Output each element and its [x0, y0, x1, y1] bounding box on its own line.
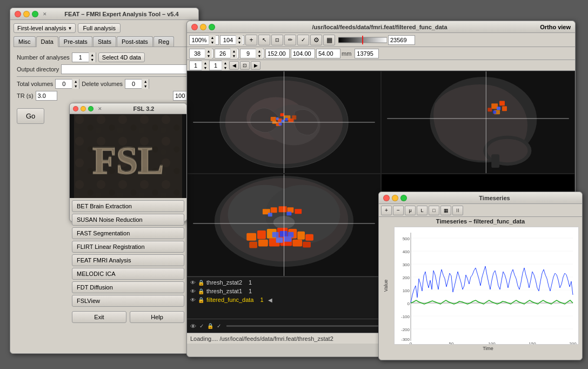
- bet-button[interactable]: BET Brain Extraction: [72, 200, 184, 212]
- ts-plus-button[interactable]: +: [381, 206, 392, 215]
- z-spinner[interactable]: ▲ ▼: [240, 49, 264, 58]
- zoom-up[interactable]: ▲: [209, 35, 216, 40]
- fsl-maximize-button[interactable]: [88, 106, 93, 111]
- pencil-button[interactable]: ✏: [284, 35, 296, 45]
- close-button[interactable]: [15, 11, 21, 17]
- delete-volumes-label: Delete volumes: [82, 81, 123, 87]
- ts-square-button[interactable]: □: [429, 206, 439, 215]
- fsl-minimize-button[interactable]: [81, 106, 86, 111]
- ts-minimize-button[interactable]: [392, 195, 398, 201]
- slice-nav-prev[interactable]: ◀: [229, 61, 239, 70]
- zoom-input[interactable]: [190, 36, 209, 44]
- y-up[interactable]: ▲: [231, 49, 237, 54]
- ts-minus-button[interactable]: −: [393, 206, 404, 215]
- full-analysis-button[interactable]: Full analysis: [78, 23, 121, 33]
- check-button[interactable]: ✓: [297, 35, 309, 45]
- slice-input[interactable]: [190, 61, 202, 70]
- go-button[interactable]: Go: [17, 108, 44, 124]
- total-volumes-input[interactable]: [56, 80, 72, 88]
- tab-poststats[interactable]: Post-stats: [117, 36, 153, 47]
- slice-nav-next[interactable]: ▶: [251, 61, 260, 70]
- feat-button[interactable]: FEAT FMRI Analysis: [72, 254, 184, 266]
- zoom-down[interactable]: ▼: [209, 40, 216, 45]
- fsl-close-button[interactable]: [73, 106, 78, 111]
- num-analyses-up[interactable]: ▲: [89, 52, 96, 57]
- ts-mu-button[interactable]: μ: [405, 206, 416, 215]
- ortho-maximize-button[interactable]: [209, 24, 215, 30]
- delete-vol-down[interactable]: ▼: [142, 84, 149, 89]
- ts-dots-button[interactable]: ⁞⁞: [452, 206, 463, 215]
- maximize-button[interactable]: [32, 11, 38, 17]
- settings-button[interactable]: ⚙: [310, 35, 322, 45]
- cursor-button[interactable]: ↖: [258, 35, 270, 45]
- copy-button[interactable]: ⊡: [271, 35, 283, 45]
- slice2-up[interactable]: ▲: [222, 61, 229, 65]
- slice2-input[interactable]: [210, 61, 222, 70]
- total-vol-up[interactable]: ▲: [72, 79, 79, 84]
- delete-volumes-input[interactable]: [125, 80, 142, 88]
- slice-spinner[interactable]: ▲ ▼: [189, 61, 208, 70]
- output-dir-input[interactable]: [61, 64, 192, 74]
- ortho-close-button[interactable]: [191, 24, 198, 30]
- slice-nav-icons[interactable]: ⊡: [240, 61, 250, 70]
- bottom-lock-icon[interactable]: 🔒: [207, 323, 213, 329]
- x-input[interactable]: [190, 49, 205, 58]
- susan-button[interactable]: SUSAN Noise Reduction: [72, 214, 184, 226]
- z-down[interactable]: ▼: [256, 54, 263, 58]
- brain-view-coronal[interactable]: [187, 174, 381, 276]
- ts-maximize-button[interactable]: [400, 195, 407, 201]
- slice-down[interactable]: ▼: [202, 65, 209, 70]
- grid-button[interactable]: ▦: [323, 35, 335, 45]
- bottom-check2-icon[interactable]: ✓: [217, 323, 221, 329]
- feat-tabs: Misc Data Pre-stats Stats Post-stats Reg: [14, 36, 195, 47]
- z-up[interactable]: ▲: [256, 49, 263, 54]
- tab-misc[interactable]: Misc: [14, 36, 36, 47]
- exit-button[interactable]: Exit: [72, 311, 126, 323]
- slice-up[interactable]: ▲: [202, 61, 209, 65]
- ts-cursor-button[interactable]: L: [417, 206, 427, 215]
- zoom-spinner[interactable]: ▲ ▼: [189, 35, 219, 45]
- z-input[interactable]: [240, 49, 256, 58]
- bottom-eye-icon[interactable]: 👁: [190, 323, 196, 330]
- total-volumes-spinner[interactable]: ▲ ▼: [55, 79, 79, 89]
- y-down[interactable]: ▼: [231, 54, 237, 58]
- ts-grid-button[interactable]: ▦: [440, 206, 451, 215]
- analysis-mode-dropdown[interactable]: First-level analysis ▼: [14, 23, 76, 33]
- ortho-minimize-button[interactable]: [200, 24, 206, 30]
- vol-input[interactable]: [220, 36, 236, 44]
- select-4d-button[interactable]: Select 4D data: [98, 52, 145, 62]
- delete-vol-up[interactable]: ▲: [142, 79, 149, 84]
- tr-input[interactable]: [36, 91, 57, 101]
- x-down[interactable]: ▼: [205, 54, 212, 58]
- tab-stats[interactable]: Stats: [93, 36, 116, 47]
- tab-reg[interactable]: Reg: [153, 36, 174, 47]
- vol-spinner[interactable]: ▲ ▼: [220, 35, 244, 45]
- delete-volumes-spinner[interactable]: ▲ ▼: [125, 79, 149, 89]
- num-analyses-down[interactable]: ▼: [89, 57, 96, 62]
- x-spinner[interactable]: ▲ ▼: [189, 49, 213, 58]
- fslview-button[interactable]: FSLView: [72, 295, 184, 307]
- brain-view-sagittal[interactable]: [381, 71, 575, 174]
- vol-down[interactable]: ▼: [236, 40, 243, 45]
- slice2-down[interactable]: ▼: [222, 65, 229, 70]
- total-vol-down[interactable]: ▼: [72, 84, 79, 89]
- vol-up[interactable]: ▲: [236, 35, 243, 40]
- fast-button[interactable]: FAST Segmentation: [72, 227, 184, 239]
- y-spinner[interactable]: ▲ ▼: [215, 49, 239, 58]
- brain-view-axial[interactable]: [187, 71, 381, 174]
- flirt-button[interactable]: FLIRT Linear Registration: [72, 241, 184, 253]
- slice2-spinner[interactable]: ▲ ▼: [209, 61, 228, 70]
- tab-data[interactable]: Data: [36, 36, 58, 47]
- melodic-button[interactable]: MELODIC ICA: [72, 268, 184, 280]
- bottom-check-icon[interactable]: ✓: [199, 323, 204, 329]
- num-analyses-spinner[interactable]: ▲ ▼: [72, 52, 96, 62]
- num-analyses-input[interactable]: [72, 53, 89, 62]
- plus-button[interactable]: +: [245, 35, 257, 45]
- fdt-button[interactable]: FDT Diffusion: [72, 281, 184, 293]
- ts-close-button[interactable]: [383, 195, 390, 201]
- y-input[interactable]: [215, 49, 230, 58]
- minimize-button[interactable]: [23, 11, 30, 17]
- x-up[interactable]: ▲: [205, 49, 212, 54]
- help-button[interactable]: Help: [130, 311, 184, 323]
- tab-prestats[interactable]: Pre-stats: [59, 36, 92, 47]
